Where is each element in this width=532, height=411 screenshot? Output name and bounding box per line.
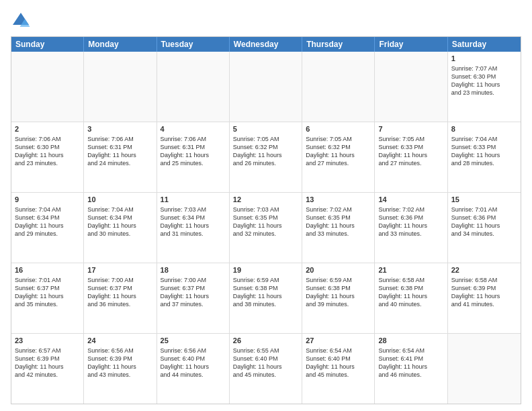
day-number: 8 [451,124,517,134]
day-cell-11: 11Sunrise: 7:03 AM Sunset: 6:34 PM Dayli… [157,193,230,263]
calendar-row-3: 9Sunrise: 7:04 AM Sunset: 6:34 PM Daylig… [11,192,521,263]
header [11,11,521,31]
header-day-friday: Friday [375,37,447,52]
day-info: Sunrise: 7:01 AM Sunset: 6:37 PM Dayligh… [15,277,64,308]
day-cell-16: 16Sunrise: 7:01 AM Sunset: 6:37 PM Dayli… [11,263,84,333]
day-cell-18: 18Sunrise: 7:00 AM Sunset: 6:37 PM Dayli… [157,263,230,333]
day-cell-8: 8Sunrise: 7:04 AM Sunset: 6:33 PM Daylig… [448,122,521,192]
day-number: 19 [233,265,298,275]
day-cell-6: 6Sunrise: 7:05 AM Sunset: 6:32 PM Daylig… [302,122,375,192]
day-cell-5: 5Sunrise: 7:05 AM Sunset: 6:32 PM Daylig… [230,122,302,192]
day-number: 2 [15,124,80,134]
header-day-sunday: Sunday [11,37,84,52]
header-day-saturday: Saturday [448,37,521,52]
day-cell-13: 13Sunrise: 7:02 AM Sunset: 6:35 PM Dayli… [302,193,375,263]
day-cell-25: 25Sunrise: 6:56 AM Sunset: 6:40 PM Dayli… [157,334,230,404]
header-day-thursday: Thursday [302,37,375,52]
day-number: 10 [87,195,152,205]
day-info: Sunrise: 7:02 AM Sunset: 6:36 PM Dayligh… [378,206,427,237]
day-info: Sunrise: 6:58 AM Sunset: 6:39 PM Dayligh… [451,277,500,308]
day-cell-12: 12Sunrise: 7:03 AM Sunset: 6:35 PM Dayli… [230,193,302,263]
day-number: 25 [161,336,226,346]
day-number: 28 [378,336,443,346]
calendar-header: SundayMondayTuesdayWednesdayThursdayFrid… [11,37,521,52]
calendar-row-1: 1Sunrise: 7:07 AM Sunset: 6:30 PM Daylig… [11,52,521,122]
calendar-row-5: 23Sunrise: 6:57 AM Sunset: 6:39 PM Dayli… [11,333,521,404]
day-number: 3 [87,124,152,134]
day-info: Sunrise: 7:06 AM Sunset: 6:31 PM Dayligh… [87,136,136,167]
day-number: 17 [87,265,152,275]
page: SundayMondayTuesdayWednesdayThursdayFrid… [0,0,532,411]
day-info: Sunrise: 7:07 AM Sunset: 6:30 PM Dayligh… [451,65,500,96]
calendar-body: 1Sunrise: 7:07 AM Sunset: 6:30 PM Daylig… [11,52,521,404]
day-number: 6 [306,124,371,134]
day-number: 14 [378,195,443,205]
day-cell-15: 15Sunrise: 7:01 AM Sunset: 6:36 PM Dayli… [448,193,521,263]
day-info: Sunrise: 7:05 AM Sunset: 6:32 PM Dayligh… [306,136,355,167]
day-info: Sunrise: 6:59 AM Sunset: 6:38 PM Dayligh… [306,277,355,308]
day-info: Sunrise: 7:02 AM Sunset: 6:35 PM Dayligh… [306,206,355,237]
day-number: 18 [161,265,226,275]
day-info: Sunrise: 7:04 AM Sunset: 6:34 PM Dayligh… [87,206,136,237]
day-number: 7 [378,124,443,134]
day-number: 22 [451,265,517,275]
day-info: Sunrise: 6:57 AM Sunset: 6:39 PM Dayligh… [15,347,64,378]
day-cell-14: 14Sunrise: 7:02 AM Sunset: 6:36 PM Dayli… [375,193,447,263]
day-info: Sunrise: 7:04 AM Sunset: 6:34 PM Dayligh… [15,206,64,237]
day-cell-empty-0-2 [157,52,230,122]
day-info: Sunrise: 7:00 AM Sunset: 6:37 PM Dayligh… [87,277,136,308]
day-cell-17: 17Sunrise: 7:00 AM Sunset: 6:37 PM Dayli… [84,263,157,333]
day-info: Sunrise: 7:00 AM Sunset: 6:37 PM Dayligh… [161,277,210,308]
day-cell-20: 20Sunrise: 6:59 AM Sunset: 6:38 PM Dayli… [302,263,375,333]
header-day-tuesday: Tuesday [157,37,230,52]
day-info: Sunrise: 7:05 AM Sunset: 6:32 PM Dayligh… [233,136,282,167]
logo-icon [11,11,31,31]
day-cell-empty-0-4 [302,52,375,122]
day-cell-22: 22Sunrise: 6:58 AM Sunset: 6:39 PM Dayli… [448,263,521,333]
day-info: Sunrise: 7:05 AM Sunset: 6:33 PM Dayligh… [378,136,427,167]
day-cell-26: 26Sunrise: 6:55 AM Sunset: 6:40 PM Dayli… [230,334,302,404]
calendar-row-4: 16Sunrise: 7:01 AM Sunset: 6:37 PM Dayli… [11,263,521,333]
day-number: 21 [378,265,443,275]
day-number: 9 [15,195,80,205]
day-cell-21: 21Sunrise: 6:58 AM Sunset: 6:38 PM Dayli… [375,263,447,333]
day-number: 27 [306,336,371,346]
day-number: 20 [306,265,371,275]
calendar: SundayMondayTuesdayWednesdayThursdayFrid… [11,36,521,404]
day-info: Sunrise: 6:56 AM Sunset: 6:39 PM Dayligh… [87,347,136,378]
day-info: Sunrise: 7:04 AM Sunset: 6:33 PM Dayligh… [451,136,500,167]
day-number: 4 [161,124,226,134]
day-number: 23 [15,336,80,346]
day-info: Sunrise: 7:06 AM Sunset: 6:30 PM Dayligh… [15,136,64,167]
day-cell-empty-4-6 [448,334,521,404]
day-number: 1 [451,54,517,64]
day-cell-27: 27Sunrise: 6:54 AM Sunset: 6:40 PM Dayli… [302,334,375,404]
day-info: Sunrise: 7:03 AM Sunset: 6:35 PM Dayligh… [233,206,282,237]
day-info: Sunrise: 7:01 AM Sunset: 6:36 PM Dayligh… [451,206,500,237]
day-info: Sunrise: 6:54 AM Sunset: 6:40 PM Dayligh… [306,347,355,378]
day-info: Sunrise: 6:55 AM Sunset: 6:40 PM Dayligh… [233,347,282,378]
day-cell-empty-0-5 [375,52,447,122]
day-cell-7: 7Sunrise: 7:05 AM Sunset: 6:33 PM Daylig… [375,122,447,192]
day-cell-3: 3Sunrise: 7:06 AM Sunset: 6:31 PM Daylig… [84,122,157,192]
day-cell-4: 4Sunrise: 7:06 AM Sunset: 6:31 PM Daylig… [157,122,230,192]
day-cell-empty-0-1 [84,52,157,122]
day-number: 26 [233,336,298,346]
day-cell-24: 24Sunrise: 6:56 AM Sunset: 6:39 PM Dayli… [84,334,157,404]
day-number: 24 [87,336,152,346]
day-cell-1: 1Sunrise: 7:07 AM Sunset: 6:30 PM Daylig… [448,52,521,122]
day-number: 5 [233,124,298,134]
day-info: Sunrise: 6:59 AM Sunset: 6:38 PM Dayligh… [233,277,282,308]
day-number: 16 [15,265,80,275]
day-cell-empty-0-3 [230,52,302,122]
day-info: Sunrise: 6:58 AM Sunset: 6:38 PM Dayligh… [378,277,427,308]
day-number: 13 [306,195,371,205]
day-cell-10: 10Sunrise: 7:04 AM Sunset: 6:34 PM Dayli… [84,193,157,263]
header-day-wednesday: Wednesday [230,37,302,52]
day-info: Sunrise: 6:56 AM Sunset: 6:40 PM Dayligh… [161,347,210,378]
logo [11,11,34,31]
day-info: Sunrise: 7:03 AM Sunset: 6:34 PM Dayligh… [161,206,210,237]
header-day-monday: Monday [84,37,157,52]
day-info: Sunrise: 6:54 AM Sunset: 6:41 PM Dayligh… [378,347,427,378]
day-cell-9: 9Sunrise: 7:04 AM Sunset: 6:34 PM Daylig… [11,193,84,263]
